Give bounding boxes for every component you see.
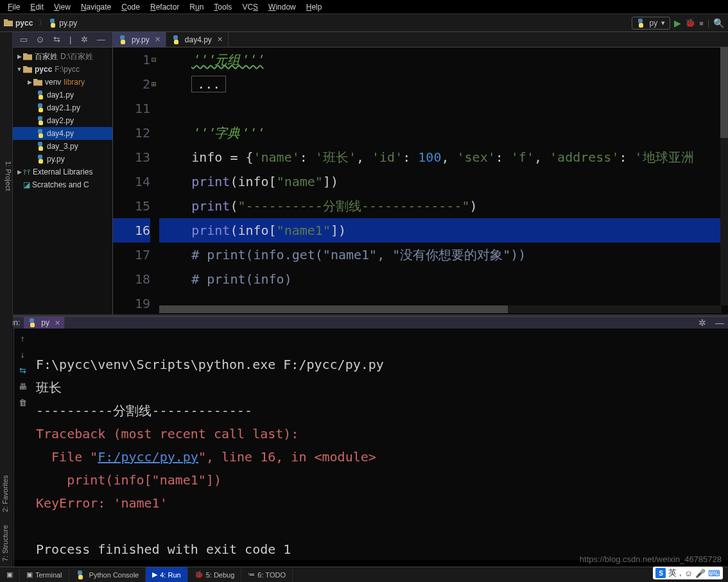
project-view-icon[interactable]: ▭: [20, 35, 28, 44]
status-terminal[interactable]: ▣Terminal: [20, 567, 69, 582]
collapse-icon[interactable]: ⇆: [53, 35, 60, 44]
close-tab-icon[interactable]: ✕: [155, 35, 160, 44]
tree-file[interactable]: day_3.py: [13, 140, 112, 153]
tree-file[interactable]: day1.py: [13, 89, 112, 101]
code-line[interactable]: [159, 96, 728, 121]
run-config-selector[interactable]: py ▼: [632, 17, 671, 30]
code-line[interactable]: info = {'name': '班长', 'id': 100, 'sex': …: [159, 145, 728, 169]
menu-refactor[interactable]: Refactor: [145, 3, 184, 12]
console-output[interactable]: F:\pycc\venv\Scripts\python.exe F:/pycc/…: [31, 329, 728, 582]
status-python-console[interactable]: Python Console: [69, 567, 146, 582]
run-config-name: py: [650, 19, 658, 28]
hide-icon[interactable]: —: [715, 318, 724, 328]
tool-window-button[interactable]: ▣: [0, 567, 20, 582]
tree-file[interactable]: day2.py: [13, 114, 112, 127]
code-line[interactable]: # print(info): [159, 267, 728, 291]
tree-folder[interactable]: ▶ 百家姓 D:\百家姓: [13, 50, 112, 63]
tree-venv[interactable]: ▶ venv library: [13, 76, 112, 89]
menu-file[interactable]: File: [3, 3, 25, 12]
run-tab[interactable]: py ✕: [24, 317, 65, 329]
horizontal-scrollbar[interactable]: [159, 305, 722, 313]
python-file-icon: [171, 35, 180, 44]
status-debug[interactable]: 🐞5: Debug: [188, 567, 242, 582]
code-line-highlighted[interactable]: print(info["name1"]): [159, 218, 728, 243]
tree-file[interactable]: day2.1.py: [13, 101, 112, 114]
delete-icon[interactable]: 🗑: [19, 398, 27, 407]
tab-day4[interactable]: day4.py ✕: [166, 32, 229, 47]
divider: |: [707, 19, 709, 28]
console-error: File "F:/pycc/py.py", line 16, in <modul…: [36, 449, 376, 465]
menu-tools[interactable]: Tools: [209, 3, 237, 12]
divider: |: [69, 35, 71, 44]
left-tool-stripe-lower: 7: Structure 2: Favorites: [0, 314, 13, 567]
select-opened-icon[interactable]: ⊙: [37, 35, 44, 44]
code-content[interactable]: ⊟ ⊞ '''元组''' ... '''字典''' info = {'name'…: [159, 47, 728, 314]
hide-icon[interactable]: —: [97, 35, 105, 44]
menu-vcs[interactable]: VCS: [237, 3, 263, 12]
code-line[interactable]: '''字典''': [159, 121, 728, 145]
console-line: 班长: [36, 380, 62, 395]
breadcrumb-file[interactable]: py.py: [59, 19, 77, 28]
menu-help[interactable]: Help: [301, 3, 327, 12]
console-line: F:\pycc\venv\Scripts\python.exe F:/pycc/…: [36, 357, 384, 372]
status-run[interactable]: ▶4: Run: [146, 567, 187, 582]
project-tree: ▶ 百家姓 D:\百家姓 ▼ pycc F:\pycc ▶ venv libra…: [13, 47, 112, 314]
settings-icon[interactable]: ✲: [698, 318, 706, 328]
sidebar-tab-project[interactable]: 1: Project: [4, 161, 12, 191]
status-todo[interactable]: ≔6: TODO: [241, 567, 293, 582]
status-bar: ▣ ▣Terminal Python Console ▶4: Run 🐞5: D…: [0, 567, 728, 582]
editor-area: py.py ✕ day4.py ✕ 1 2 11 12 13 14 15 16 …: [113, 32, 728, 314]
python-file-icon: [636, 19, 645, 28]
python-file-icon: [118, 35, 127, 44]
menu-run[interactable]: Run: [184, 3, 209, 12]
close-tab-icon[interactable]: ✕: [217, 35, 223, 44]
up-icon[interactable]: ↑: [21, 334, 25, 343]
error-file-link[interactable]: F:/pycc/py.py: [98, 449, 198, 465]
print-icon[interactable]: 🖶: [19, 382, 27, 391]
code-line[interactable]: ...: [159, 72, 728, 96]
tree-file-selected[interactable]: day4.py: [13, 127, 112, 140]
sidebar-tab-favorites[interactable]: 2: Favorites: [1, 475, 12, 512]
down-icon[interactable]: ↓: [21, 350, 25, 359]
wrap-icon[interactable]: ⇆: [19, 366, 26, 375]
tree-scratches[interactable]: ◪ Scratches and C: [13, 178, 112, 191]
menu-window[interactable]: Window: [263, 3, 301, 12]
stop-button[interactable]: ■: [699, 19, 704, 27]
breadcrumb-project[interactable]: pycc: [15, 19, 33, 28]
code-line[interactable]: print("----------分割线-------------"): [159, 194, 728, 218]
menu-navigate[interactable]: Navigate: [76, 3, 116, 12]
tree-project-root[interactable]: ▼ pycc F:\pycc: [13, 63, 112, 76]
menu-edit[interactable]: Edit: [25, 3, 49, 12]
mic-icon[interactable]: 🎤: [695, 569, 706, 578]
code-line[interactable]: # print(info.get("name1", "没有你想要的对象")): [159, 243, 728, 267]
console-error: KeyError: 'name1': [36, 495, 168, 511]
settings-icon[interactable]: ✲: [81, 35, 88, 44]
search-button[interactable]: 🔍: [713, 18, 724, 28]
emoji-icon[interactable]: ☺: [684, 569, 693, 578]
ime-indicator[interactable]: S 英 , ☺ 🎤 ⌨: [653, 567, 723, 579]
run-panel: Run: py ✕ ✲ — ▶ ■ ▤ 📌 ↑ ↓ ⇆ 🖶 🗑 F:\pycc\…: [0, 316, 728, 560]
run-button[interactable]: ▶: [674, 18, 681, 28]
console-error: Traceback (most recent call last):: [36, 426, 299, 441]
close-tab-icon[interactable]: ✕: [55, 319, 60, 327]
fold-icon[interactable]: ⊞: [152, 80, 156, 89]
code-line[interactable]: print(info["name"]): [159, 169, 728, 194]
menu-code[interactable]: Code: [116, 3, 145, 12]
code-line[interactable]: '''元组''': [159, 47, 728, 72]
fold-icon[interactable]: ⊟: [152, 55, 156, 64]
menu-bar: File Edit View Navigate Code Refactor Ru…: [0, 0, 728, 14]
debug-button[interactable]: 🐞: [685, 18, 695, 28]
code-editor[interactable]: 1 2 11 12 13 14 15 16 17 18 19 ⊟ ⊞ '''元组…: [113, 47, 728, 314]
python-file-icon: [28, 318, 37, 327]
keyboard-icon[interactable]: ⌨: [708, 569, 720, 578]
vertical-scrollbar[interactable]: [720, 47, 728, 305]
sidebar-tab-structure[interactable]: 7: Structure: [1, 525, 12, 561]
tab-py[interactable]: py.py ✕: [113, 32, 166, 47]
menu-view[interactable]: View: [49, 3, 76, 12]
project-toolbar: ▭ ⊙ ⇆ | ✲ —: [13, 32, 112, 47]
navigation-bar: pycc 〉 py.py py ▼ ▶ 🐞 ■ | 🔍: [0, 14, 728, 32]
run-panel-header: Run: py ✕ ✲ —: [0, 317, 728, 329]
left-tool-stripe[interactable]: 1: Project: [0, 32, 13, 314]
tree-external-libs[interactable]: ▶⫯⫯ External Libraries: [13, 166, 112, 178]
tree-file[interactable]: py.py: [13, 153, 112, 166]
